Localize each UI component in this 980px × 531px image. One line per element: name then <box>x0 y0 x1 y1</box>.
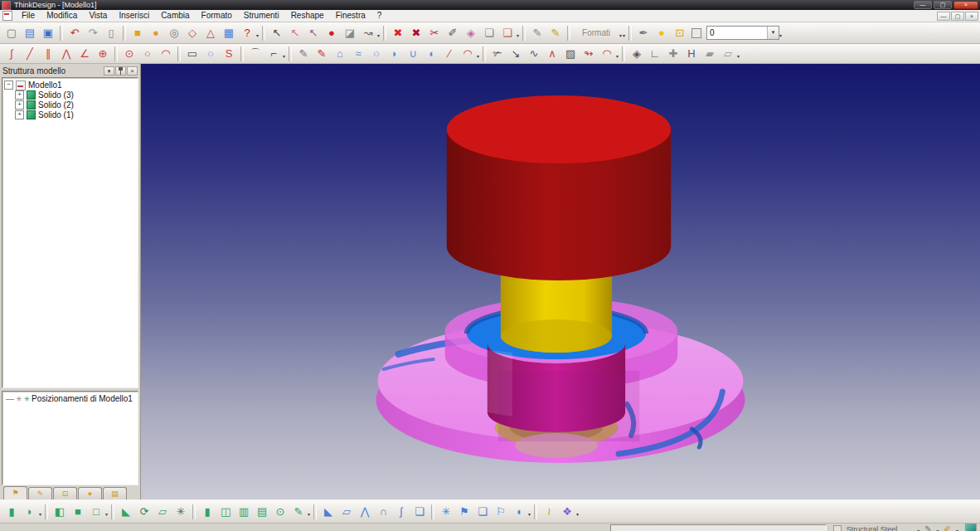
overflow-arrow-icon[interactable]: ▾ <box>517 32 519 38</box>
layer-picker-select[interactable]: 0▾ <box>706 26 779 40</box>
solid-sphere-cube-button[interactable]: ◧ <box>51 503 69 520</box>
sketch-line-button[interactable]: ╱ <box>21 45 39 62</box>
menu-inserisci[interactable]: Inserisci <box>113 10 155 22</box>
surface-pair-button[interactable]: ▰ <box>701 45 719 62</box>
surface-flag-2-button[interactable]: ⚐ <box>492 503 510 520</box>
surface-sweep-button[interactable]: ∫ <box>392 503 410 520</box>
panel-close-button[interactable]: × <box>127 66 138 76</box>
curve-loop-button[interactable]: ↬ <box>580 45 598 62</box>
surface-copy-button[interactable]: ❏ <box>473 503 492 520</box>
solid-history-button[interactable]: ⊙ <box>271 503 289 520</box>
wave-surface-button[interactable]: ≈ <box>349 45 367 62</box>
viewport-3d[interactable] <box>141 64 980 499</box>
insert-diamond-button[interactable]: ◈ <box>628 45 646 62</box>
chamfer-button[interactable]: ⌐ <box>264 45 283 62</box>
menu-cambia[interactable]: Cambia <box>155 10 195 22</box>
layer-current-checkbox[interactable] <box>691 28 701 38</box>
rectangle-button[interactable]: ▭ <box>183 45 201 62</box>
leaf-surface-2-button[interactable]: ◖ <box>422 45 440 62</box>
formati-button[interactable]: Formati <box>573 24 619 41</box>
context-help-button[interactable]: ? <box>238 24 256 41</box>
surface-blend-button[interactable]: ◖ <box>510 503 528 520</box>
surface-gear-button[interactable]: ✳ <box>437 503 455 520</box>
overflow-arrow-icon[interactable]: ▾ <box>917 528 919 531</box>
surface-wedge-button[interactable]: ◣ <box>319 503 337 520</box>
overflow-arrow-icon[interactable]: ▾ <box>477 53 479 59</box>
freehand-curve-button[interactable]: S <box>220 45 238 62</box>
select-arrow-button[interactable]: ↖ <box>268 24 286 41</box>
tab-sphere[interactable]: ● <box>78 487 102 499</box>
ellipse-surface-button[interactable]: ○ <box>367 45 386 62</box>
arc-button[interactable]: ◠ <box>157 45 175 62</box>
tab-edit[interactable]: ✎ <box>28 487 52 499</box>
curve-trim-button[interactable]: ✃ <box>488 45 507 62</box>
open-file-button[interactable]: ▤ <box>21 24 39 41</box>
tree-item-label[interactable]: Solido (1) <box>38 110 74 119</box>
render-mode-icon[interactable] <box>965 524 977 531</box>
red-cap-solid[interactable] <box>447 95 672 280</box>
zoom-button[interactable]: ◎ <box>165 24 183 41</box>
curve-smooth-button[interactable]: ∿ <box>525 45 543 62</box>
solid-cube-2-button[interactable]: □ <box>87 503 105 520</box>
tree-root-label[interactable]: Modello1 <box>28 80 62 90</box>
minimize-button[interactable]: — <box>914 1 932 9</box>
overflow-arrow-icon[interactable]: ▾ <box>283 53 285 59</box>
tree-row-solido2[interactable]: + Solido (2) <box>4 100 136 110</box>
delete-plus-button[interactable]: ✖ <box>407 24 425 41</box>
menu-formato[interactable]: Formato <box>196 10 238 22</box>
polygon-button[interactable]: ⌂ <box>331 45 349 62</box>
undo-button[interactable]: ↶ <box>65 24 84 41</box>
curve-pen-button[interactable]: ✎ <box>294 45 313 62</box>
menu-file[interactable]: File <box>16 10 41 22</box>
menu-vista[interactable]: Vista <box>83 10 113 22</box>
solid-edit-button[interactable]: ✎ <box>289 503 308 520</box>
tab-structure[interactable]: ⚑ <box>3 486 27 499</box>
solid-cylinder-button[interactable]: ▮ <box>198 503 216 520</box>
panel-pin-button[interactable] <box>115 66 126 76</box>
cap-top-face[interactable] <box>447 95 672 163</box>
select-surface-button[interactable]: ◪ <box>341 24 359 41</box>
drag-entities-button[interactable]: ✐ <box>444 24 462 41</box>
measure-button[interactable]: △ <box>201 24 220 41</box>
select-solid-button[interactable]: ● <box>323 24 341 41</box>
restore-button[interactable]: ▢ <box>934 1 952 9</box>
sketch-angle-button[interactable]: ∠ <box>75 45 94 62</box>
arc-curve-button[interactable]: ◠ <box>458 45 477 62</box>
tube-bend-button[interactable]: ≀ <box>540 503 558 520</box>
delete-button[interactable]: ✖ <box>389 24 407 41</box>
annotate-cube-button[interactable]: ✎ <box>546 24 565 41</box>
surface-arch-button[interactable]: ∩ <box>374 503 392 520</box>
layer-lock-button[interactable]: ⊡ <box>671 24 689 41</box>
solid-rib-button[interactable]: ▥ <box>235 503 253 520</box>
surface-flag-button[interactable]: ⚑ <box>455 503 473 520</box>
insert-corner-button[interactable]: ∟ <box>646 45 664 62</box>
positioning-label[interactable]: Posizionamenti di Modello1 <box>32 394 133 403</box>
overflow-arrow-icon[interactable]: ▾ <box>779 32 782 38</box>
overflow-arrow-icon[interactable]: ▾ <box>39 511 41 517</box>
select-edge-button[interactable]: ↖ <box>304 24 323 41</box>
solid-gear-button[interactable]: ✳ <box>172 503 190 520</box>
curve-close-button[interactable]: ◠ <box>598 45 616 62</box>
sketch-spline-button[interactable]: ∫ <box>2 45 21 62</box>
overflow-arrow-icon[interactable]: ▾ <box>105 511 108 517</box>
menu-reshape[interactable]: Reshape <box>285 10 330 22</box>
expand-icon[interactable]: + <box>15 110 24 119</box>
curve-break-button[interactable]: ∧ <box>543 45 561 62</box>
overflow-arrow-icon[interactable]: ▾ <box>377 32 380 38</box>
solid-plane-button[interactable]: ▱ <box>153 503 172 520</box>
expand-icon[interactable]: + <box>15 90 24 100</box>
surface-plane-button[interactable]: ▱ <box>337 503 356 520</box>
sketch-polyline-button[interactable]: ⋀ <box>57 45 75 62</box>
cut-entities-button[interactable]: ✂ <box>425 24 444 41</box>
curve-pen-red-button[interactable]: ✎ <box>313 45 331 62</box>
solid-block-button[interactable]: ▮ <box>2 503 21 520</box>
curve-hatch-button[interactable]: ▨ <box>561 45 580 62</box>
overflow-arrow-icon[interactable]: ▾ <box>308 511 310 517</box>
circle-radius-button[interactable]: ⊙ <box>120 45 138 62</box>
layer-brush-button[interactable]: ✒ <box>634 24 653 41</box>
tree-item-label[interactable]: Solido (3) <box>38 90 74 100</box>
save-file-button[interactable]: ▣ <box>39 24 57 41</box>
close-button[interactable]: × <box>953 1 978 9</box>
menu-strumenti[interactable]: Strumenti <box>238 10 285 22</box>
sketch-parallel-button[interactable]: ∥ <box>39 45 57 62</box>
